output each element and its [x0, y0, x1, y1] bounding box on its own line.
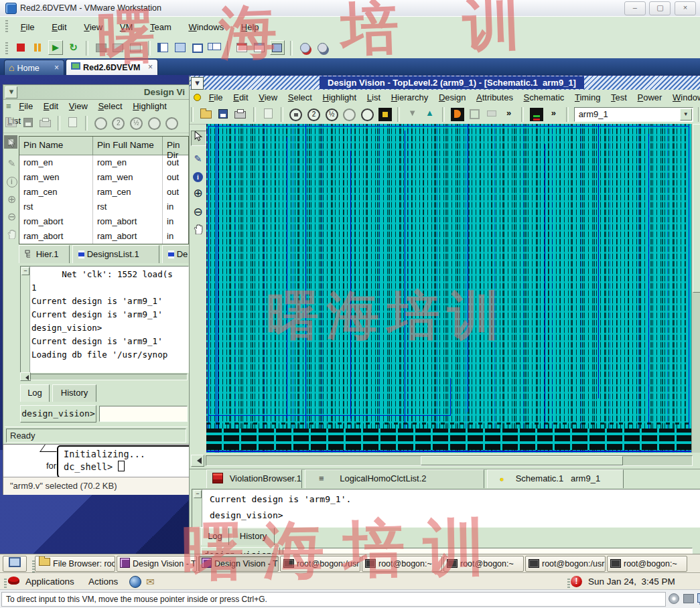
power-off-button[interactable]	[14, 41, 27, 54]
zoom-in-tool-icon[interactable]: ⊕	[191, 187, 205, 201]
zoom-prev-icon[interactable]	[343, 108, 356, 121]
pan-tool-icon[interactable]	[191, 224, 205, 238]
zoom-2x-icon[interactable]: 2	[307, 108, 320, 121]
save-icon[interactable]	[21, 115, 35, 129]
table-row[interactable]: ram_cen ram_cen out	[19, 185, 188, 200]
paste-icon[interactable]	[66, 115, 80, 129]
log-splitter[interactable]: −	[21, 267, 30, 372]
zoom-prev-icon[interactable]	[148, 117, 161, 130]
command-input[interactable]	[283, 548, 693, 554]
menu-team[interactable]: Team	[143, 17, 179, 37]
sch-menu-hierarchy[interactable]: Hierarchy	[387, 90, 433, 105]
dv-menu-view[interactable]: View	[65, 99, 92, 114]
collapse-pane-button[interactable]: −	[194, 490, 202, 498]
console-view-button[interactable]	[235, 41, 249, 54]
col-pin-dir[interactable]: Pin Dir	[163, 137, 188, 155]
combo-dropdown-icon[interactable]: ▼	[680, 108, 692, 121]
left-log-hscrollbar[interactable]	[20, 372, 188, 381]
show-desktop-button[interactable]	[3, 556, 27, 572]
capture-movie-button[interactable]	[299, 41, 312, 54]
menu-vm[interactable]: VM	[113, 17, 141, 37]
task-terminal-3[interactable]: root@bogon:~	[443, 556, 524, 572]
tab-history[interactable]: History	[232, 528, 275, 545]
and-gate-icon[interactable]	[451, 108, 464, 121]
zoom-out-tool-icon[interactable]: ⊖	[191, 206, 205, 220]
sch-menu-schematic[interactable]: Schematic	[520, 90, 569, 105]
table-row[interactable]: rom_abort rom_abort in	[19, 214, 188, 229]
quick-switch-button[interactable]	[191, 41, 204, 54]
sch-menu-design[interactable]: Design	[435, 90, 470, 105]
timing-report-icon[interactable]	[530, 108, 543, 121]
alert-notification-icon[interactable]: !	[571, 576, 582, 587]
zoom-2x-icon[interactable]: 2	[112, 117, 125, 130]
scroll-left-icon[interactable]	[23, 375, 29, 380]
menu-view[interactable]: View	[76, 17, 110, 37]
snapshot-take-button[interactable]	[94, 41, 108, 54]
table-row[interactable]: rom_en rom_en out	[19, 155, 188, 170]
open-file-icon[interactable]	[4, 115, 17, 129]
cdrom-device-icon[interactable]	[669, 593, 679, 604]
unity-button[interactable]	[208, 41, 221, 54]
network-device-icon[interactable]	[697, 593, 700, 603]
tab-design[interactable]: De	[162, 245, 189, 263]
select-tool-icon[interactable]	[5, 138, 19, 152]
highlight-tool-icon[interactable]: ✎	[5, 157, 19, 171]
task-file-browser[interactable]: File Browser: roo	[35, 556, 115, 572]
schematic-canvas[interactable]	[206, 124, 691, 453]
zoom-select-icon[interactable]	[361, 108, 374, 121]
floppy-device-icon[interactable]	[683, 594, 694, 603]
col-pin-full-name[interactable]: Pin Full Name	[93, 137, 163, 155]
fullscreen-button[interactable]	[173, 41, 187, 54]
sch-menu-test[interactable]: Test	[607, 90, 631, 105]
menu-file[interactable]: File	[13, 17, 42, 37]
left-window-titlebar[interactable]: ▾ Design Vi	[3, 85, 189, 100]
net-icon[interactable]	[485, 106, 498, 120]
reset-button[interactable]: ↻	[67, 41, 80, 54]
table-row[interactable]: ram_wen ram_wen out	[19, 170, 188, 185]
show-sidebar-button[interactable]	[156, 41, 169, 54]
tab-log[interactable]: Log	[201, 528, 229, 545]
summary-view-button[interactable]	[253, 41, 266, 54]
task-design-vision-1[interactable]: Design Vision - T	[117, 556, 197, 572]
sch-menu-power[interactable]: Power	[634, 90, 667, 105]
tab-designs-list[interactable]: DesignsList.1	[72, 245, 159, 263]
task-design-vision-2[interactable]: Design Vision - T	[198, 556, 279, 572]
close-button[interactable]: ×	[675, 1, 696, 15]
task-terminal-1[interactable]: root@bogon:/usr	[280, 556, 360, 572]
maximize-button[interactable]: ▢	[649, 1, 671, 15]
view-gate-icon[interactable]	[378, 108, 392, 121]
table-row[interactable]: ram_abort ram_abort in	[19, 229, 188, 244]
zoom-half-icon[interactable]: ½	[326, 108, 338, 121]
dv-menu-highlight[interactable]: Highlight	[129, 99, 171, 114]
design-vision-prompt-button[interactable]: design_vision>	[20, 405, 96, 423]
tab-history[interactable]: History	[52, 384, 96, 402]
sch-menu-file[interactable]: File	[205, 90, 227, 105]
sch-menu-highlight[interactable]: Highlight	[319, 90, 361, 105]
clock[interactable]: Sun Jan 24, 3:45 PM	[588, 574, 675, 589]
highlight-tool-icon[interactable]: ✎	[191, 152, 205, 166]
tab-hier[interactable]: Hier.1	[19, 245, 70, 263]
select-tool-icon[interactable]	[191, 131, 206, 146]
print-icon[interactable]	[38, 115, 52, 129]
schematic-hscrollbar[interactable]	[190, 454, 700, 467]
tab-vm-red26dvevm[interactable]: Red2.6DVEVM ×	[66, 59, 158, 76]
vscroll-thumb[interactable]	[693, 124, 700, 293]
redhat-menu-icon[interactable]	[8, 577, 19, 585]
hscroll-thumb[interactable]	[421, 456, 623, 465]
sch-menu-list[interactable]: List	[363, 90, 384, 105]
sch-menu-attributes[interactable]: Attributes	[472, 90, 517, 105]
zoom-fit-icon[interactable]	[289, 108, 302, 121]
schematic-window-titlebar[interactable]: ▾ Design Vision - TopLevel.2 (arm9_1) - …	[190, 76, 700, 90]
zoom-out-tool-icon[interactable]: ⊖	[5, 210, 19, 224]
minimize-button[interactable]: –	[624, 1, 646, 15]
descend-hierarchy-icon[interactable]: ▼	[406, 106, 419, 120]
suspend-button[interactable]	[31, 41, 44, 54]
power-on-button[interactable]: ▶	[48, 40, 63, 55]
dv-menu-file[interactable]: File	[15, 99, 37, 114]
toolbar-overflow2-icon[interactable]: »	[547, 106, 560, 120]
scroll-left-icon[interactable]	[194, 457, 202, 464]
tab-log[interactable]: Log	[20, 384, 50, 402]
ascend-hierarchy-icon[interactable]: ▲	[423, 106, 436, 120]
menu-help[interactable]: Help	[234, 17, 267, 37]
tab-home[interactable]: ⌂Home ×	[4, 60, 64, 76]
